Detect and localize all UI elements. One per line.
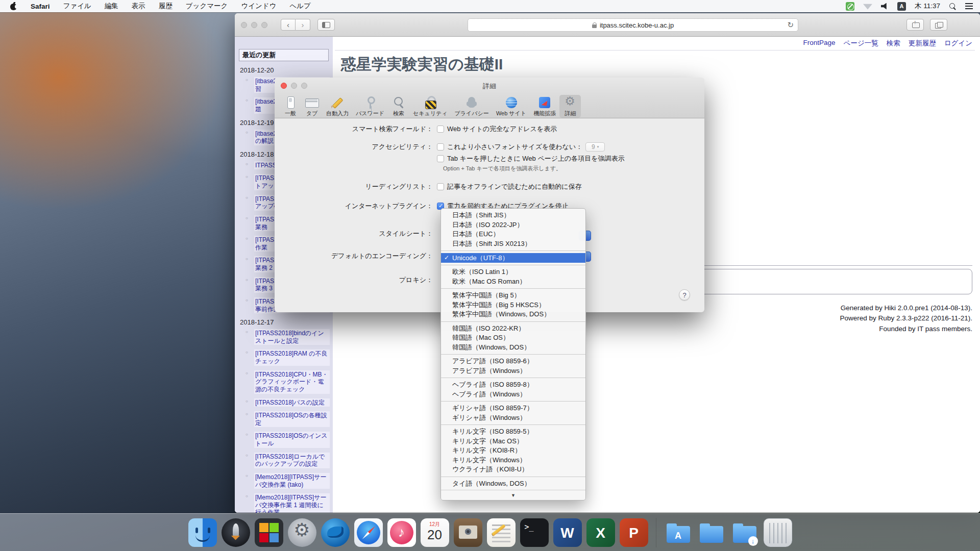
font-size-select[interactable]: 9▾ (585, 142, 605, 152)
sidebar-link[interactable]: [ITPASS2018]OSの各種設定 (254, 411, 330, 427)
encoding-option[interactable] (441, 477, 585, 477)
sidebar-link[interactable]: [ITPASS2018]パスの設定 (254, 398, 330, 407)
dock-icon-word[interactable]: W (553, 518, 582, 547)
back-button[interactable]: ‹ (281, 19, 296, 31)
webpage-nav-link[interactable]: ログイン (944, 39, 972, 48)
encoding-option[interactable]: 日本語（Shift JIS X0213） (441, 239, 585, 249)
encoding-option[interactable] (441, 424, 585, 425)
prefs-tab-privacy[interactable]: プライバシー (451, 95, 493, 118)
encoding-option[interactable]: キリル文字（Windows） (441, 456, 585, 465)
prefs-tab-passwords[interactable]: パスワード (352, 95, 388, 118)
volume-icon[interactable] (881, 3, 889, 10)
menubar-menu-item[interactable]: ファイル (63, 2, 91, 11)
encoding-option[interactable]: ヘブライ語（ISO 8859-8） (441, 380, 585, 390)
prefs-tab-general[interactable]: 一般 (280, 95, 301, 118)
prefs-tab-search[interactable]: 検索 (388, 95, 409, 118)
dock-icon-terminal[interactable]: >_ (520, 518, 549, 547)
encoding-option[interactable]: キリル文字（KOI8-R） (441, 446, 585, 456)
encoding-option[interactable] (441, 265, 585, 265)
dock-icon-folder-documents[interactable] (697, 518, 726, 547)
encoding-option[interactable]: ウクライナ語（KOI8-U） (441, 465, 585, 474)
spotlight-icon[interactable] (949, 3, 957, 10)
encoding-option[interactable]: ギリシャ語（ISO 8859-7） (441, 404, 585, 413)
address-bar[interactable]: itpass.scitec.kobe-u.ac.jp ↻ (468, 18, 798, 32)
help-button[interactable]: ? (679, 289, 690, 300)
prefs-tab-extensions[interactable]: 機能拡張 (530, 95, 559, 118)
encoding-option[interactable]: 繁体字中国語（Big 5） (441, 291, 585, 300)
menubar-menu-item[interactable]: 履歴 (159, 2, 173, 11)
webpage-nav-link[interactable]: ページ一覧 (844, 39, 878, 48)
dock-icon-system-preferences[interactable] (288, 518, 316, 547)
prefs-tab-autofill[interactable]: 自動入力 (323, 95, 352, 118)
wifi-icon[interactable] (863, 3, 872, 10)
tab-overview-button[interactable] (930, 19, 947, 31)
sidebar-link[interactable]: [ITPASS2018]RAM の不良チェック (254, 349, 330, 365)
reload-icon[interactable]: ↻ (787, 20, 794, 30)
forward-button[interactable]: › (296, 19, 310, 31)
encoding-option[interactable]: 欧米（Mac OS Roman） (441, 277, 585, 287)
sidebar-toggle-button[interactable] (317, 19, 335, 31)
show-full-address-checkbox[interactable] (437, 126, 444, 133)
menubar-menu-item[interactable]: ウインドウ (241, 2, 276, 11)
sidebar-link[interactable]: [Memo2018][ITPASS]サーバ交換作業 (tako) (254, 473, 330, 489)
menubar-menu-item[interactable]: ヘルプ (289, 2, 310, 11)
encoding-option[interactable]: 欧米（ISO Latin 1） (441, 267, 585, 277)
encoding-option[interactable]: 繁体字中国語（Big 5 HKSCS） (441, 300, 585, 310)
prefs-tab-advanced[interactable]: 詳細 (559, 95, 581, 118)
sidebar-link[interactable]: [ITPASS2018]CPU・MB・グラフィックボード・電源の不良チェック (254, 370, 330, 394)
menubar-menu-item[interactable]: 表示 (132, 2, 145, 11)
dock-icon-photos[interactable] (454, 518, 482, 547)
sidebar-link[interactable]: [ITPASS2018]bindのインストールと設定 (254, 329, 330, 345)
encoding-option[interactable] (441, 288, 585, 289)
dock-icon-itunes[interactable] (387, 518, 416, 547)
apple-menu-icon[interactable] (10, 2, 17, 10)
menubar-menu-item[interactable]: 編集 (105, 2, 118, 11)
encoding-option[interactable]: 日本語（Shift JIS） (441, 211, 585, 220)
encoding-option[interactable] (441, 251, 585, 251)
webpage-nav-link[interactable]: 検索 (887, 39, 900, 48)
webpage-nav-link[interactable]: FrontPage (803, 39, 836, 48)
encoding-option[interactable]: アラビア語（Windows） (441, 366, 585, 376)
min-font-size-checkbox[interactable] (437, 143, 444, 151)
encoding-option[interactable]: キリル文字（Mac OS） (441, 437, 585, 446)
notification-center-icon[interactable] (965, 3, 973, 9)
encoding-option[interactable]: 韓国語（Mac OS） (441, 333, 585, 343)
close-button[interactable] (241, 22, 247, 28)
sidebar-link[interactable]: [ITPASS2018]OSのインストール (254, 432, 330, 447)
zoom-button[interactable] (261, 22, 267, 28)
encoding-option[interactable]: 日本語（EUC） (441, 230, 585, 239)
prefs-titlebar[interactable]: 詳細 (275, 78, 704, 94)
encoding-option[interactable]: ギリシャ語（Windows） (441, 413, 585, 423)
encoding-option[interactable]: 韓国語（Windows, DOS） (441, 343, 585, 353)
screen-sharing-icon[interactable] (846, 2, 854, 11)
menubar-menu-item[interactable]: ブックマーク (186, 2, 228, 11)
share-button[interactable] (906, 19, 924, 31)
encoding-option[interactable]: タイ語（Windows, DOS） (441, 479, 585, 489)
encoding-option[interactable]: 日本語（ISO 2022-JP） (441, 220, 585, 230)
encoding-option[interactable]: キリル文字（ISO 8859-5） (441, 427, 585, 437)
dock-icon-folder-downloads[interactable]: ↓ (730, 518, 759, 547)
sidebar-link[interactable]: [Memo2018][ITPASS]サーバ交換事作業 1 週間後に行う作業 (254, 493, 330, 513)
encoding-option[interactable]: 韓国語（ISO 2022-KR） (441, 324, 585, 334)
tab-highlight-checkbox[interactable] (437, 155, 444, 162)
dock-icon-textedit[interactable] (487, 518, 516, 547)
encoding-option[interactable] (441, 321, 585, 322)
dock-icon-thunderbird[interactable] (321, 518, 350, 547)
webpage-nav-link[interactable]: 更新履歴 (909, 39, 936, 48)
prefs-tab-tabs[interactable]: タブ (301, 95, 323, 118)
dock-icon-trash[interactable] (764, 518, 792, 547)
prefs-tab-security[interactable]: セキュリティ (409, 95, 451, 118)
menubar-app-name[interactable]: Safari (31, 3, 50, 10)
encoding-option[interactable]: ✓ Unicode（UTF-8） (441, 253, 585, 263)
dock-icon-finder[interactable] (188, 518, 217, 547)
dock-icon-excel[interactable]: X (586, 518, 615, 547)
encoding-option[interactable]: 繁体字中国語（Windows, DOS） (441, 310, 585, 319)
dock-icon-powerpoint[interactable]: P (620, 518, 648, 547)
encoding-option[interactable] (441, 378, 585, 378)
dock-icon-folder-applications[interactable]: A (664, 518, 693, 547)
prefs-tab-websites[interactable]: Web サイト (493, 95, 530, 118)
menubar-clock[interactable]: 木 11:37 (915, 2, 940, 11)
offline-save-checkbox[interactable] (437, 183, 444, 190)
encoding-option[interactable]: ▼ (441, 490, 585, 498)
encoding-option[interactable]: ヘブライ語（Windows） (441, 390, 585, 399)
